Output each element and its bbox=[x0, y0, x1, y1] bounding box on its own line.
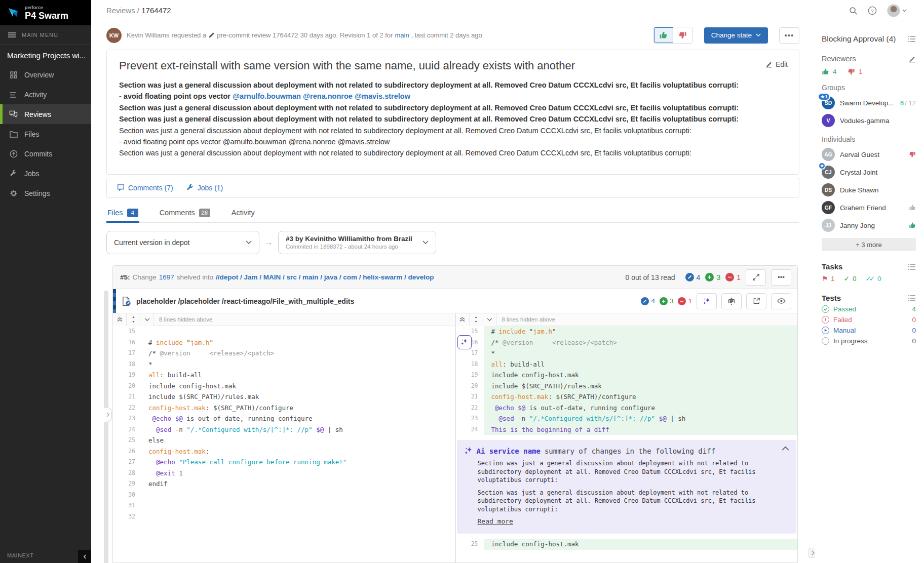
strip-expand-handle[interactable] bbox=[104, 407, 112, 422]
expand-updown-icon[interactable] bbox=[470, 313, 483, 326]
code-line[interactable]: 32 bbox=[113, 511, 455, 522]
mention-link[interactable]: @mavis.strelow bbox=[355, 92, 410, 100]
read-more-link[interactable]: Read more bbox=[478, 517, 513, 525]
sidebar-item-activity[interactable]: Activity bbox=[0, 85, 91, 104]
individual-row[interactable]: JJJanny Jong bbox=[822, 219, 916, 232]
code-line[interactable]: 20include config-host.mak bbox=[113, 381, 455, 392]
code-line[interactable]: 16/* @version <release>/<patch> bbox=[456, 337, 798, 348]
ai-service-link[interactable]: Ai service name bbox=[477, 447, 541, 455]
code-line[interactable]: 20include $(SRC_PATH)/rules.mak bbox=[456, 381, 798, 392]
right-code[interactable]: 15# include "jam.h"16/* @version <releas… bbox=[456, 326, 798, 562]
mention-link[interactable]: @arnulfo.bouwman bbox=[233, 92, 301, 100]
user-menu[interactable] bbox=[887, 4, 907, 17]
change-state-button[interactable]: Change state bbox=[704, 27, 768, 44]
code-line[interactable]: 15 bbox=[113, 326, 455, 337]
code-line[interactable]: 23 @sed -n "/.*Configured with/s/[^:]*: … bbox=[456, 413, 798, 424]
list-icon[interactable] bbox=[908, 263, 916, 270]
open-external-button[interactable] bbox=[746, 293, 766, 309]
code-line[interactable]: 17* bbox=[456, 348, 798, 359]
code-line[interactable]: 17/* @version <release>/<patch> bbox=[113, 348, 455, 359]
code-line[interactable]: 31 bbox=[113, 500, 455, 511]
individual-row[interactable]: GFGrahem Friend bbox=[822, 201, 916, 214]
version-select-left[interactable]: Current version in depot bbox=[106, 231, 259, 254]
code-line[interactable]: 26config-host.mak: bbox=[113, 446, 455, 457]
code-line[interactable]: 16# include "jam.h" bbox=[113, 337, 455, 348]
breadcrumb-section[interactable]: Reviews bbox=[106, 6, 135, 15]
review-more-button[interactable]: ••• bbox=[779, 27, 799, 44]
depot-path-link[interactable]: //depot / Jam / MAIN / src / main / java… bbox=[216, 273, 434, 281]
tab-comments[interactable]: Comments28 bbox=[159, 204, 211, 222]
code-line[interactable]: 25else bbox=[113, 435, 455, 446]
collapse-all-up-icon[interactable] bbox=[456, 313, 470, 326]
test-row-passed[interactable]: Passed4 bbox=[822, 305, 916, 313]
search-icon[interactable] bbox=[849, 7, 858, 15]
comments-link[interactable]: Comments (7) bbox=[117, 184, 173, 192]
jobs-link[interactable]: Jobs (1) bbox=[186, 184, 223, 192]
expand-context-button[interactable] bbox=[721, 293, 742, 309]
code-line[interactable]: 21config-host.mak: $(SRC_PATH)/configure bbox=[456, 391, 798, 403]
test-row-manual[interactable]: Manual0 bbox=[822, 327, 916, 334]
sidebar-item-jobs[interactable]: Jobs bbox=[0, 164, 91, 183]
test-row-progress[interactable]: In progress0 bbox=[822, 337, 916, 345]
code-line[interactable]: 23 @echo $@ is out-of-date, running conf… bbox=[113, 413, 455, 424]
ai-summary-button[interactable] bbox=[697, 293, 717, 309]
tab-activity[interactable]: Activity bbox=[230, 204, 256, 222]
collapse-all-up-icon[interactable] bbox=[113, 313, 127, 326]
change-id-link[interactable]: 1697 bbox=[159, 273, 174, 281]
mention-link[interactable]: @rena.nonroe bbox=[303, 92, 353, 100]
sidebar-item-files[interactable]: Files bbox=[0, 124, 91, 144]
edit-description-button[interactable]: Edit bbox=[765, 60, 788, 68]
author-name[interactable]: Kevin Williams bbox=[127, 31, 170, 39]
code-line[interactable]: 22config-host.mak: $(SRC_PATH)/configure bbox=[113, 403, 455, 414]
project-name[interactable]: Marketing Projects wi... bbox=[0, 45, 91, 65]
expand-down-icon[interactable] bbox=[140, 313, 154, 326]
code-line[interactable]: 24 @sed -n "/.*Configured with/s/[^:]*: … bbox=[113, 424, 455, 435]
thumbs-down-button[interactable] bbox=[673, 27, 692, 43]
code-line[interactable]: 24This is the beginning of a diff bbox=[456, 424, 798, 435]
sidebar-collapse-button[interactable] bbox=[78, 550, 91, 563]
expand-updown-icon[interactable] bbox=[127, 313, 140, 326]
code-line[interactable]: 19all: build-all bbox=[113, 370, 455, 381]
code-line[interactable]: 27 @echo "Please call configure before r… bbox=[113, 457, 455, 468]
app-logo[interactable]: perforce P4 Swarm bbox=[0, 0, 91, 25]
code-line[interactable]: 18all: build-all bbox=[456, 359, 798, 370]
version-select-right[interactable]: #3 by Kevinitho Williamitho from Brazili… bbox=[278, 231, 436, 254]
sidebar-item-settings[interactable]: Settings bbox=[0, 183, 91, 203]
individual-row[interactable]: DSDuke Shawn bbox=[822, 183, 916, 196]
code-line[interactable]: 28 @exit 1 bbox=[113, 468, 455, 479]
sidebar-item-commits[interactable]: Commits bbox=[0, 144, 91, 164]
code-line[interactable]: 22 @echo $@ is out-of-date, running conf… bbox=[456, 403, 798, 414]
expand-down-icon[interactable] bbox=[483, 313, 497, 326]
sidebar-item-reviews[interactable]: Reviews bbox=[0, 104, 91, 124]
code-line[interactable]: 15# include "jam.h" bbox=[456, 326, 798, 337]
collapse-chevron-up-icon[interactable] bbox=[782, 446, 789, 451]
thumbs-up-button[interactable] bbox=[654, 27, 673, 43]
branch-link[interactable]: main bbox=[395, 31, 409, 39]
review-link[interactable]: pre-commit review 1764472 bbox=[217, 31, 298, 39]
diff-more-button[interactable]: ••• bbox=[771, 269, 791, 286]
watch-eye-button[interactable] bbox=[771, 293, 791, 309]
individual-row[interactable]: AGAerval Guest bbox=[822, 148, 916, 161]
ai-line-sparkle-button[interactable] bbox=[457, 335, 472, 349]
more-reviewers-button[interactable]: + 3 more bbox=[822, 238, 916, 251]
code-line[interactable]: 21include $(SRC_PATH)/rules.mak bbox=[113, 391, 455, 403]
group-row[interactable]: VVodules-gamma bbox=[822, 114, 916, 127]
diff-minimap-strip[interactable] bbox=[104, 291, 108, 563]
edit-reviewers-icon[interactable] bbox=[908, 55, 916, 63]
main-menu-toggle[interactable]: MAIN MENU bbox=[0, 25, 91, 45]
group-row[interactable]: SD★1Swarm Develop...6 / 12 bbox=[822, 96, 916, 109]
test-row-failed[interactable]: !Failed0 bbox=[822, 316, 916, 324]
file-path[interactable]: placeholder /placeholder /react-timeago/… bbox=[136, 297, 354, 305]
code-line[interactable]: 18* bbox=[113, 359, 455, 370]
code-line[interactable]: 30 bbox=[113, 490, 455, 501]
code-line[interactable]: 25include config-host.mak bbox=[456, 539, 798, 550]
sidebar-item-overview[interactable]: Overview bbox=[0, 65, 91, 85]
individual-row[interactable]: CJ★Crystal Joint bbox=[822, 166, 916, 179]
code-line[interactable]: 19include config-host.mak bbox=[456, 370, 798, 381]
list-icon[interactable] bbox=[908, 35, 916, 43]
list-icon[interactable] bbox=[908, 295, 916, 302]
code-line[interactable]: 29endif bbox=[113, 478, 455, 490]
left-code[interactable]: 1516# include "jam.h"17/* @version <rele… bbox=[113, 326, 455, 562]
fullscreen-button[interactable] bbox=[746, 269, 766, 286]
help-icon[interactable]: ? bbox=[868, 6, 877, 15]
